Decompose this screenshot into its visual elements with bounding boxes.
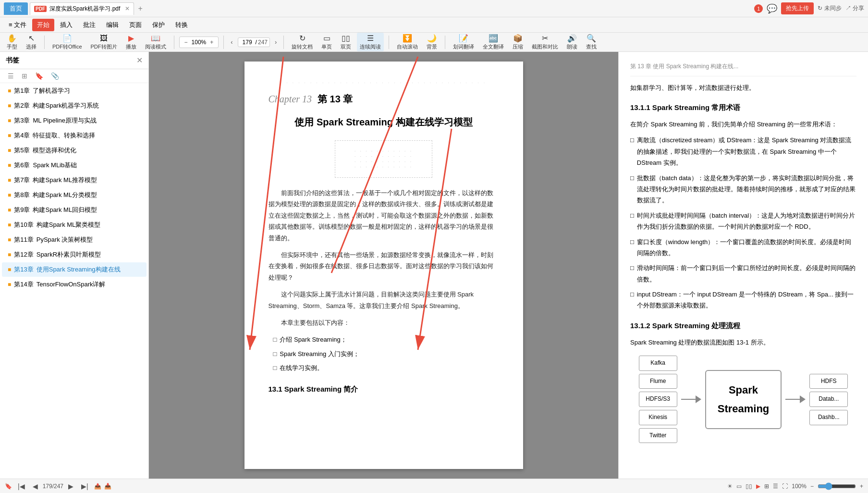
bookmark-ch2[interactable]: ■ 第2章 构建Spark机器学习系统 xyxy=(2,99,147,113)
home-tab[interactable]: 首页 xyxy=(4,2,28,15)
term-input-dstream: □ input DStream：一个 input DStream 是一个特殊的 … xyxy=(630,289,856,311)
menu-page[interactable]: 编辑 xyxy=(101,19,123,31)
upload-button[interactable]: 抢先上传 xyxy=(781,2,814,14)
page-total-display: 247 xyxy=(258,39,268,46)
menu-file[interactable]: ≡ 文件 xyxy=(4,19,31,31)
ch6-label: Spark MLib基础 xyxy=(33,161,77,170)
bookmark-ch4[interactable]: ■ 第4章 特征提取、转换和选择 xyxy=(2,128,147,143)
ch8-label: 构建Spark ML分类模型 xyxy=(33,191,97,199)
menu-edit[interactable]: 批注 xyxy=(78,19,100,31)
bookmark-ch10[interactable]: ■ 第10章 构建Spark ML聚类模型 xyxy=(2,218,147,232)
view-single-btn[interactable]: ▭ xyxy=(736,483,742,490)
hand-tool[interactable]: ✋ 手型 xyxy=(4,33,20,51)
section-13-1-1-heading: 13.1.1 Spark Streaming 常用术语 xyxy=(630,101,856,114)
bookmark-ch9[interactable]: ■ 第9章 构建Spark ML回归模型 xyxy=(2,203,147,217)
menu-extra[interactable]: 转换 xyxy=(171,19,193,31)
read-aloud-tool[interactable]: 🔊 朗读 xyxy=(564,33,580,51)
search-tool[interactable]: 🔍 查找 xyxy=(583,33,599,51)
menu-annotate[interactable]: 插入 xyxy=(55,19,77,31)
bookmark-icon: ■ xyxy=(8,177,11,184)
zoom-out-btn[interactable]: − xyxy=(183,38,190,47)
menu-convert[interactable]: 保护 xyxy=(147,19,170,31)
flow-sources: Kafka Flume HDFS/S3 Kinesis Twitter xyxy=(639,356,677,443)
continuous-tool[interactable]: ☰ 连续阅读 xyxy=(357,33,384,51)
pdf-image-tool[interactable]: 🖼 PDF转图片 xyxy=(88,33,120,51)
zoom-slider[interactable] xyxy=(818,482,856,490)
ch8-num: 第8章 xyxy=(14,191,30,199)
zoom-out-status-btn[interactable]: − xyxy=(810,483,814,490)
ch5-label: 模型选择和优化 xyxy=(33,146,76,155)
menu-insert[interactable]: 开始 xyxy=(32,19,54,31)
full-trans-tool[interactable]: 🔤 全文翻译 xyxy=(480,33,507,51)
ch9-label: 构建Spark ML回归模型 xyxy=(33,206,97,214)
view-grid-btn[interactable]: ⊞ xyxy=(764,483,769,490)
import-page-btn[interactable]: 📥 xyxy=(104,483,111,490)
bookmark-ch5[interactable]: ■ 第5章 模型选择和优化 xyxy=(2,143,147,158)
play-tool[interactable]: ▶ 播放 xyxy=(123,33,139,51)
main-layout: 书签 ✕ ☰ ⊞ 🔖 📎 ■ 第1章 了解机器学习 ■ 第2章 构建Spark机… xyxy=(0,52,868,479)
first-page-btn[interactable]: |◀ xyxy=(15,481,28,491)
sidebar-close-btn[interactable]: ✕ xyxy=(136,56,143,65)
sidebar-icon-3[interactable]: 🔖 xyxy=(33,71,45,81)
bookmark-ch12[interactable]: ■ 第12章 SparkR朴素贝叶斯模型 xyxy=(2,247,147,262)
single-page-tool[interactable]: ▭ 单页 xyxy=(318,33,335,51)
view-full-btn[interactable]: ⛶ xyxy=(782,483,788,490)
double-page-tool[interactable]: ▯▯ 双页 xyxy=(338,33,354,51)
bookmark-ch11[interactable]: ■ 第11章 PySpark 决策树模型 xyxy=(2,233,147,247)
next-page-status-btn[interactable]: ▶ xyxy=(65,481,76,491)
export-page-btn[interactable]: 📤 xyxy=(94,483,101,490)
pdf-container[interactable]: · · · · · · · · · · · · · · · · · · · · … xyxy=(149,52,618,479)
sun-icon: ☀ xyxy=(727,483,733,490)
tab-add-btn[interactable]: + xyxy=(138,4,142,13)
bookmark-ch8[interactable]: ■ 第8章 构建Spark ML分类模型 xyxy=(2,188,147,202)
view-double-btn[interactable]: ▯▯ xyxy=(746,483,752,490)
screenshot-tool[interactable]: ✂ 截图和对比 xyxy=(529,33,561,51)
prev-page-btn[interactable]: ‹ xyxy=(229,37,234,47)
prev-page-status-btn[interactable]: ◀ xyxy=(30,481,41,491)
file-tab[interactable]: PDF 深度实践Spark机器学习.pdf ✕ xyxy=(30,2,134,15)
bookmark-ch3[interactable]: ■ 第3章 ML Pipeline原理与实战 xyxy=(2,113,147,128)
pdf-office-tool[interactable]: 📄 PDF转Office xyxy=(49,33,85,51)
view-list-btn[interactable]: ☰ xyxy=(773,483,778,490)
sidebar-icon-4[interactable]: 📎 xyxy=(49,71,61,81)
ch14-num: 第14章 xyxy=(14,280,33,289)
ch3-label: ML Pipeline原理与实战 xyxy=(33,116,96,125)
share-button[interactable]: ↗ 分享 xyxy=(845,4,864,12)
menu-bar: ≡ 文件 开始 插入 批注 编辑 页面 保护 转换 xyxy=(0,17,868,33)
background-tool[interactable]: 🌙 背景 xyxy=(424,33,440,51)
bookmark-icon: ■ xyxy=(8,117,11,124)
sep3 xyxy=(223,36,224,49)
zoom-in-btn[interactable]: + xyxy=(208,38,215,47)
zoom-in-status-btn[interactable]: + xyxy=(860,483,863,490)
bookmark-icon: ■ xyxy=(8,207,11,213)
sidebar-icon-1[interactable]: ☰ xyxy=(6,71,16,81)
source-kinesis: Kinesis xyxy=(639,410,677,425)
page-nav: |◀ ◀ 179/247 ▶ ▶| xyxy=(15,481,91,491)
bookmark-ch7[interactable]: ■ 第7章 构建Spark ML推荐模型 xyxy=(2,173,147,187)
bookmark-icon: ■ xyxy=(8,192,11,198)
notification-badge: 1 xyxy=(754,4,763,13)
bookmark-ch13[interactable]: ■ 第13章 使用Spark Streaming构建在线 xyxy=(2,262,147,277)
next-page-btn[interactable]: › xyxy=(273,37,279,47)
play-status-btn[interactable]: ▶ xyxy=(756,483,760,490)
compress-tool[interactable]: 📦 压缩 xyxy=(510,33,526,51)
bookmark-ch1[interactable]: ■ 第1章 了解机器学习 xyxy=(2,84,147,98)
read-mode-tool[interactable]: 📖 阅读模式 xyxy=(142,33,169,51)
sync-button[interactable]: ↻ 未同步 xyxy=(818,4,841,12)
auto-scroll-tool[interactable]: ⏬ 自动滚动 xyxy=(394,33,421,51)
output-hdfs: HDFS xyxy=(809,374,848,389)
last-page-btn[interactable]: ▶| xyxy=(78,481,91,491)
ch13-label: 使用Spark Streaming构建在线 xyxy=(37,265,121,274)
sep2 xyxy=(174,36,174,49)
select-tool[interactable]: ↖ 选择 xyxy=(23,33,39,51)
sidebar-icon-2[interactable]: ⊞ xyxy=(20,71,29,81)
page-number-input[interactable] xyxy=(240,39,255,46)
chapter-header: Chapter 13 第 13 章 xyxy=(269,93,499,106)
rotate-tool[interactable]: ↻ 旋转文档 xyxy=(289,33,316,51)
zoom-level-display: 100% xyxy=(192,39,207,46)
menu-protect[interactable]: 页面 xyxy=(124,19,147,31)
bookmark-ch6[interactable]: ■ 第6章 Spark MLib基础 xyxy=(2,158,147,173)
tab-close-btn[interactable]: ✕ xyxy=(125,5,130,12)
bookmark-ch14[interactable]: ■ 第14章 TensorFlowOnSpark详解 xyxy=(2,277,147,292)
word-trans-tool[interactable]: 📝 划词翻译 xyxy=(450,33,477,51)
